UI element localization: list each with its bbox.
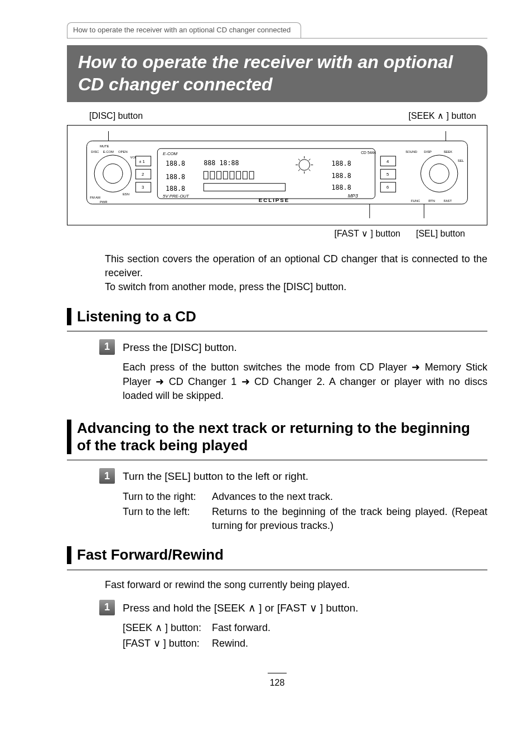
step-number-icon: 1: [99, 468, 115, 484]
brand-label: ECLIPSE: [259, 197, 289, 203]
svg-point-8: [429, 164, 449, 184]
svg-rect-21: [210, 172, 215, 180]
advance-label-right: Turn to the right:: [123, 490, 212, 504]
section-heading-ffrew: Fast Forward/Rewind: [67, 546, 487, 564]
svg-text:5: 5: [386, 172, 389, 177]
svg-rect-26: [243, 172, 248, 180]
ffrew-intro: Fast forward or rewind the song currentl…: [105, 578, 487, 592]
svg-text:SEEK: SEEK: [444, 151, 453, 154]
svg-rect-24: [230, 172, 234, 180]
svg-point-6: [103, 164, 123, 184]
svg-text:188.8: 188.8: [332, 184, 351, 192]
advance-value-left: Returns to the beginning of the track be…: [212, 505, 487, 533]
device-svg: MUTE DISC E.COM OPEN VOL ESN FM AM PWR ±…: [76, 130, 478, 219]
callout-seek-button: [SEEK ∧ ] button: [409, 110, 476, 122]
btn-mute: MUTE: [100, 145, 109, 148]
top-callouts: [DISC] button [SEEK ∧ ] button: [67, 110, 487, 122]
btn-pwr: PWR: [100, 200, 108, 204]
step-number-icon: 1: [99, 339, 115, 355]
svg-rect-25: [236, 172, 241, 180]
svg-text:188.8: 188.8: [166, 185, 185, 193]
svg-point-29: [299, 160, 310, 171]
section-heading-listen: Listening to a CD: [67, 308, 487, 325]
step-instruction-advance: Turn the [SEL] button to the left or rig…: [123, 468, 308, 484]
svg-text:2: 2: [142, 172, 144, 177]
svg-rect-27: [249, 172, 254, 180]
svg-text:MP3: MP3: [348, 194, 358, 199]
model-label: CD 5444: [361, 151, 376, 155]
page-title: How to operate the receiver with an opti…: [67, 45, 487, 102]
step-body-listen: Each press of the button switches the mo…: [123, 360, 487, 403]
btn-ecom: E.COM: [103, 151, 114, 154]
ffrew-label-fast: [FAST ∨ ] button:: [123, 637, 212, 651]
section-rule: [67, 331, 487, 331]
step-instruction-listen: Press the [DISC] button.: [123, 339, 237, 355]
btn-open: OPEN: [118, 151, 128, 154]
bottom-callouts: [FAST ∨ ] button [SEL] button: [67, 228, 487, 240]
callout-fast-button: [FAST ∨ ] button: [335, 228, 400, 240]
btn-fmam: FM AM: [90, 196, 100, 200]
svg-text:SOUND: SOUND: [405, 151, 417, 154]
btn-esn: ESN: [123, 193, 129, 196]
step-instruction-ffrew: Press and hold the [SEEK ∧ ] or [FAST ∨ …: [123, 600, 359, 616]
lcd-ecom: E-COM: [163, 151, 177, 156]
intro-paragraph-1: This section covers the operation of an …: [105, 252, 487, 280]
ffrew-value-fast: Rewind.: [212, 637, 487, 651]
ffrew-label-seek: [SEEK ∧ ] button:: [123, 621, 212, 635]
svg-text:DISP: DISP: [424, 151, 432, 154]
svg-rect-20: [204, 172, 208, 180]
section-heading-advance: Advancing to the next track or returning…: [67, 420, 487, 454]
svg-text:4: 4: [386, 159, 389, 164]
svg-text:FUNC: FUNC: [411, 199, 420, 203]
preout-label: 5V PRE-OUT: [163, 194, 190, 199]
svg-text:188.8: 188.8: [332, 160, 351, 168]
svg-rect-22: [217, 172, 221, 180]
intro-paragraph-2: To switch from another mode, press the […: [105, 280, 487, 294]
breadcrumb-tab: How to operate the receiver with an opti…: [67, 22, 301, 38]
svg-rect-23: [223, 172, 228, 180]
section-rule: [67, 460, 487, 460]
svg-text:188.8: 188.8: [166, 173, 185, 181]
svg-text:± 1: ± 1: [139, 159, 145, 164]
svg-text:RTN: RTN: [428, 199, 435, 203]
svg-text:888 18:88: 888 18:88: [204, 159, 239, 167]
svg-text:188.8: 188.8: [332, 172, 351, 180]
callout-sel-button: [SEL] button: [416, 228, 465, 240]
svg-text:188.8: 188.8: [166, 160, 185, 168]
callout-disc-button: [DISC] button: [89, 110, 143, 122]
btn-disc: DISC: [91, 151, 99, 154]
svg-text:FAST: FAST: [444, 199, 452, 203]
advance-label-left: Turn to the left:: [123, 505, 212, 519]
step-number-icon: 1: [99, 600, 115, 615]
advance-value-right: Advances to the next track.: [212, 490, 487, 504]
device-illustration: MUTE DISC E.COM OPEN VOL ESN FM AM PWR ±…: [67, 125, 487, 225]
ffrew-value-seek: Fast forward.: [212, 621, 487, 635]
page-number: 128: [268, 673, 287, 689]
svg-text:6: 6: [386, 185, 389, 190]
svg-text:3: 3: [142, 185, 144, 190]
svg-text:SEL: SEL: [458, 159, 465, 162]
section-rule: [67, 570, 487, 570]
